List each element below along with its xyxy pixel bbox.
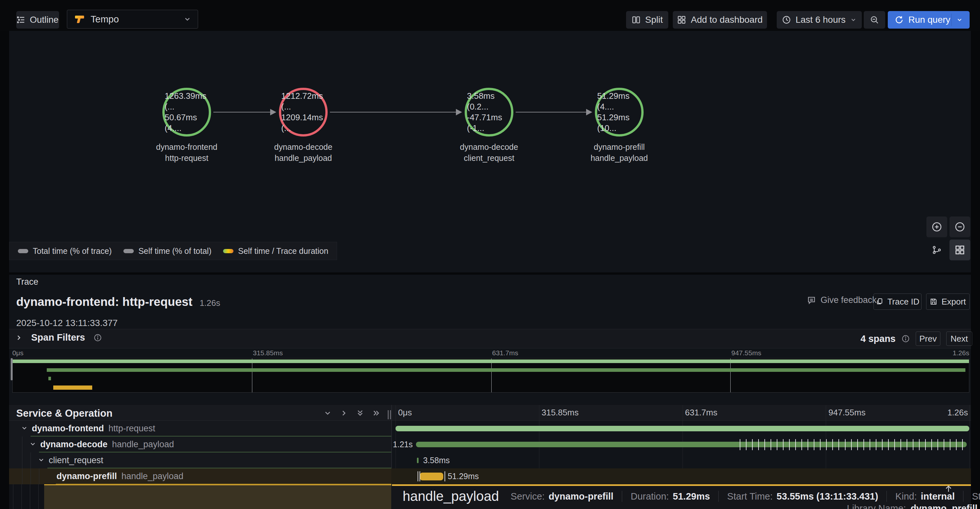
comment-icon (807, 296, 816, 305)
trace-minimap[interactable] (12, 358, 969, 393)
prev-span-button[interactable]: Prev (916, 332, 940, 346)
graph-layout-grid-button[interactable] (950, 239, 970, 260)
span-boundary-tick (445, 471, 445, 481)
node-label: dynamo-frontendhttp-request (128, 141, 245, 163)
span-duration-bar[interactable] (396, 426, 969, 431)
trace-graph-node[interactable]: 3.58ms (0.2...-47.71ms (-1... (465, 88, 513, 137)
collapse-one-icon[interactable] (323, 409, 332, 417)
span-duration-label: 3.58ms (423, 452, 450, 468)
graph-edge (330, 112, 457, 112)
span-duration-bar[interactable] (420, 472, 443, 480)
span-row[interactable]: dynamo-frontendhttp-request (9, 421, 971, 437)
collapse-all-icon[interactable] (356, 409, 364, 417)
zoom-in-circle-icon (931, 221, 942, 232)
timeline-axis-label: 0μs (398, 408, 412, 418)
timeline-axis-label: 947.55ms (828, 408, 865, 418)
graph-zoom-in-button[interactable] (926, 217, 947, 237)
export-button[interactable]: Export (926, 294, 970, 310)
span-count: 4 spans (861, 333, 896, 344)
trace-graph-node[interactable]: 1263.39ms (...50.67ms (4.... (162, 88, 211, 137)
field-label: Status: (972, 491, 980, 502)
span-event-tick (746, 439, 746, 450)
trace-graph-node[interactable]: 1212.72ms (...1209.14ms (... (279, 88, 328, 137)
span-event-tick (931, 439, 932, 450)
next-span-button[interactable]: Next (946, 332, 972, 346)
span-detail-title: handle_payload (402, 488, 499, 504)
info-circle-icon (94, 333, 102, 342)
legend-label: Self time (% of total) (138, 246, 212, 256)
span-row[interactable]: client_request3.58ms (9, 452, 971, 468)
span-boundary-tick (420, 471, 420, 481)
graph-edge (213, 112, 271, 112)
trace-title-row: dynamo-frontend: http-request 1.26s (16, 295, 220, 309)
span-event-tick (783, 439, 784, 450)
indent-guide (30, 468, 31, 484)
span-event-tick (777, 439, 777, 450)
span-operation-name: client_request (49, 455, 103, 466)
span-event-tick (864, 439, 864, 450)
span-event-tick (832, 439, 833, 450)
span-event-tick (758, 439, 759, 450)
node-service-name: dynamo-frontend (128, 141, 245, 152)
minimap-axis-label: 1.26s (917, 349, 969, 357)
span-detail-header: handle_payload Service:dynamo-prefillDur… (402, 488, 980, 504)
graph-layout-tree-button[interactable] (926, 239, 947, 260)
span-event-tick (826, 439, 827, 450)
chevron-right-icon (15, 334, 23, 341)
span-name-cell[interactable]: dynamo-prefillhandle_payload (9, 468, 391, 484)
span-duration-bar[interactable] (417, 458, 418, 463)
trace-graph-node[interactable]: 51.29ms (4....51.29ms (10... (595, 88, 644, 137)
row-chevron-down-icon[interactable] (21, 424, 28, 432)
minimap-drag-handle[interactable] (11, 358, 13, 380)
span-detail-overflow-field: Library Name: dynamo_prefill (847, 503, 977, 509)
node-label: dynamo-decodeclient_request (431, 141, 547, 163)
span-name-cell[interactable]: dynamo-decodehandle_payload (9, 437, 391, 452)
expand-one-icon[interactable] (340, 409, 348, 417)
span-event-tick (851, 439, 852, 450)
minimap-axis-label: 947.55ms (731, 349, 761, 357)
row-chevron-down-icon[interactable] (38, 456, 45, 463)
legend-swatch (18, 249, 28, 253)
info-circle-icon (901, 335, 910, 343)
span-name-cell[interactable]: dynamo-frontendhttp-request (9, 421, 391, 437)
field-label: Service: (511, 491, 545, 502)
span-row[interactable]: dynamo-decodehandle_payload1.21s (9, 437, 971, 452)
row-chevron-down-icon[interactable] (29, 440, 37, 448)
minimap-span-bar (47, 368, 966, 372)
trace-id-label: Trace ID (888, 297, 920, 307)
span-name-cell[interactable]: client_request (9, 452, 391, 468)
span-service-name: dynamo-frontend (32, 423, 104, 434)
span-filters-bar[interactable] (9, 329, 971, 348)
node-total-time: 3.58ms (0.2... (467, 91, 511, 112)
span-event-tick (925, 439, 926, 450)
span-duration-label: 51.29ms (448, 468, 479, 484)
span-duration-bar[interactable] (416, 442, 967, 447)
span-filters-toggle[interactable]: Span Filters (15, 332, 102, 343)
graph-edge-arrowhead (456, 109, 462, 115)
give-feedback-link[interactable]: Give feedback (807, 295, 877, 305)
scroll-to-top-icon[interactable] (943, 483, 953, 493)
indent-guide (39, 468, 39, 484)
git-branch-icon (932, 245, 942, 255)
node-graph-legend: Total time (% of trace)Self time (% of t… (9, 242, 337, 260)
minimap-axis-label: 631.7ms (492, 349, 519, 357)
node-label: dynamo-prefillhandle_payload (561, 141, 678, 163)
span-event-tick (752, 439, 753, 450)
graph-zoom-out-button[interactable] (950, 217, 970, 237)
detail-left-block (44, 484, 391, 509)
span-event-tick (838, 439, 839, 450)
expand-all-icon[interactable] (372, 409, 380, 417)
zoom-out-circle-icon (955, 221, 966, 232)
trace-id-button[interactable]: Trace ID (873, 294, 921, 310)
span-event-tick (907, 439, 907, 450)
field-value: dynamo-prefill (549, 491, 613, 502)
legend-label: Self time / Trace duration (238, 246, 328, 256)
span-event-tick (913, 439, 913, 450)
span-event-tick (870, 439, 870, 450)
span-row[interactable]: dynamo-prefillhandle_payload51.29ms (9, 468, 971, 484)
legend-swatch (223, 249, 234, 253)
span-count-group: 4 spans Prev Next (861, 332, 972, 346)
node-total-time: 51.29ms (4.... (597, 91, 641, 112)
node-total-time: 1263.39ms (... (165, 91, 209, 112)
span-event-tick (764, 439, 765, 450)
